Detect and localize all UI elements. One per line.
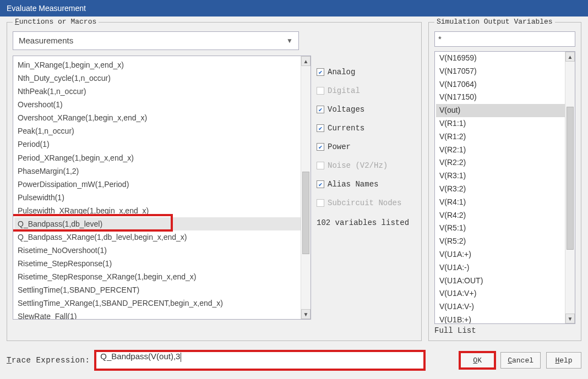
list-item[interactable]: Risetime_StepResponse(1)	[14, 257, 309, 270]
list-item[interactable]: V(U1A:-)	[436, 261, 574, 274]
cancel-button[interactable]: Cancel	[500, 352, 541, 369]
list-item[interactable]: Overshoot_XRange(1,begin_x,end_x)	[14, 111, 309, 124]
functions-listbox[interactable]: Min_XRange(1,begin_x,end_x)Nth_Duty_cycl…	[13, 56, 311, 320]
list-item[interactable]: Pulsewidth_XRange(1,begin_x,end_x)	[14, 204, 309, 217]
alias-names-checkbox[interactable]: ✔ Alias Names	[317, 180, 416, 189]
list-item[interactable]: Q_Bandpass_XRange(1,db_level,begin_x,end…	[14, 230, 309, 244]
list-item[interactable]: V(N16959)	[436, 52, 574, 65]
subcircuit-nodes-checkbox: Subcircuit Nodes	[317, 199, 416, 207]
list-item[interactable]: V(R4:1)	[436, 196, 574, 209]
scroll-thumb[interactable]	[302, 172, 309, 254]
variables-count: 102 variables listed	[317, 218, 416, 227]
scroll-down-icon[interactable]: ▼	[565, 314, 575, 323]
checkbox-icon	[317, 162, 324, 169]
list-item[interactable]: V(R3:2)	[436, 183, 574, 196]
voltages-checkbox[interactable]: ✔ Voltages	[317, 105, 416, 114]
list-item[interactable]: SettlingTime(1,SBAND_PERCENT)	[14, 283, 309, 296]
list-item[interactable]: Q_Bandpass(1,db_level)	[14, 217, 309, 230]
list-item[interactable]: V(R1:1)	[436, 117, 574, 130]
variable-filter-input[interactable]: *	[434, 31, 575, 47]
checkbox-icon: ✔	[317, 68, 324, 76]
checkbox-icon	[317, 199, 324, 207]
list-item[interactable]: V(U1A:V-)	[436, 300, 574, 314]
list-item[interactable]: V(R5:1)	[436, 222, 574, 235]
dropdown-value: Measurements	[19, 32, 73, 49]
list-item[interactable]: V(N17057)	[436, 65, 574, 78]
scroll-thumb[interactable]	[567, 107, 574, 250]
trace-expression-label: Trace Expression:	[7, 356, 90, 365]
list-item[interactable]: Min_XRange(1,begin_x,end_x)	[14, 58, 309, 72]
list-item[interactable]: PowerDissipation_mW(1,Period)	[14, 178, 309, 191]
list-item[interactable]: Risetime_StepResponse_XRange(1,begin_x,e…	[14, 270, 309, 283]
scroll-down-icon[interactable]: ▼	[301, 309, 311, 319]
list-item[interactable]: V(N17064)	[436, 78, 574, 91]
list-item[interactable]: V(U1A:OUT)	[436, 274, 574, 288]
list-item[interactable]: Peak(1,n_occur)	[14, 124, 309, 138]
scroll-up-icon[interactable]: ▲	[301, 56, 311, 66]
power-checkbox[interactable]: ✔ Power	[317, 142, 416, 151]
list-item[interactable]: Period(1)	[14, 138, 309, 151]
list-item[interactable]: V(U1A:+)	[436, 248, 574, 261]
list-item[interactable]: V(U1A:V+)	[436, 287, 574, 300]
full-list-label: Full List	[434, 326, 575, 335]
checkbox-icon: ✔	[317, 143, 324, 151]
list-item[interactable]: V(N17150)	[436, 91, 574, 104]
functions-fieldset: Functions or Macros Measurements ▼ Min_X…	[7, 22, 422, 341]
list-item[interactable]: Risetime_NoOvershoot(1)	[14, 244, 309, 257]
list-item[interactable]: V(out)	[436, 104, 574, 117]
list-item[interactable]: Nth_Duty_cycle(1,n_occur)	[14, 72, 309, 85]
titlebar: Evaluate Measurement	[0, 0, 588, 17]
chevron-down-icon: ▼	[286, 32, 293, 49]
output-variables-fieldset: Simulation Output Variables * V(N16959)V…	[428, 22, 581, 341]
ok-button[interactable]: OK	[460, 352, 495, 369]
list-item[interactable]: V(R1:2)	[436, 130, 574, 144]
scroll-up-icon[interactable]: ▲	[565, 52, 575, 62]
checkbox-icon	[317, 87, 324, 95]
list-item[interactable]: Overshoot(1)	[14, 98, 309, 111]
scrollbar[interactable]: ▲ ▼	[301, 56, 311, 319]
checkbox-icon: ✔	[317, 106, 324, 113]
list-item[interactable]: V(U1B:+)	[436, 314, 574, 324]
checkbox-icon: ✔	[317, 124, 324, 132]
text-cursor-icon	[181, 353, 181, 362]
filter-checkboxes: ✔ Analog Digital ✔ Voltages ✔ Currents	[317, 56, 416, 335]
list-item[interactable]: Period_XRange(1,begin_x,end_x)	[14, 151, 309, 164]
output-variables-legend: Simulation Output Variables	[434, 18, 555, 26]
list-item[interactable]: Pulsewidth(1)	[14, 191, 309, 204]
list-item[interactable]: V(R2:1)	[436, 144, 574, 157]
list-item[interactable]: V(R5:2)	[436, 235, 574, 248]
list-item[interactable]: SlewRate_Fall(1)	[14, 310, 309, 320]
analog-checkbox[interactable]: ✔ Analog	[317, 68, 416, 76]
checkbox-icon: ✔	[317, 180, 324, 188]
list-item[interactable]: SettlingTime_XRange(1,SBAND_PERCENT,begi…	[14, 296, 309, 310]
trace-expression-input[interactable]: Q_Bandpass(V(out),3	[95, 351, 424, 370]
digital-checkbox: Digital	[317, 86, 416, 95]
functions-legend: Functions or Macros	[13, 18, 99, 26]
list-item[interactable]: V(R3:1)	[436, 169, 574, 183]
list-item[interactable]: V(R2:2)	[436, 156, 574, 169]
list-item[interactable]: NthPeak(1,n_occur)	[14, 85, 309, 98]
list-item[interactable]: V(R4:2)	[436, 209, 574, 222]
scrollbar[interactable]: ▲ ▼	[565, 52, 575, 323]
variables-listbox[interactable]: V(N16959)V(N17057)V(N17064)V(N17150)V(ou…	[434, 51, 575, 324]
currents-checkbox[interactable]: ✔ Currents	[317, 124, 416, 133]
help-button[interactable]: Help	[546, 352, 581, 369]
list-item[interactable]: PhaseMargin(1,2)	[14, 164, 309, 178]
noise-checkbox: Noise (V2/Hz)	[317, 161, 416, 170]
measurements-dropdown[interactable]: Measurements ▼	[13, 31, 299, 50]
